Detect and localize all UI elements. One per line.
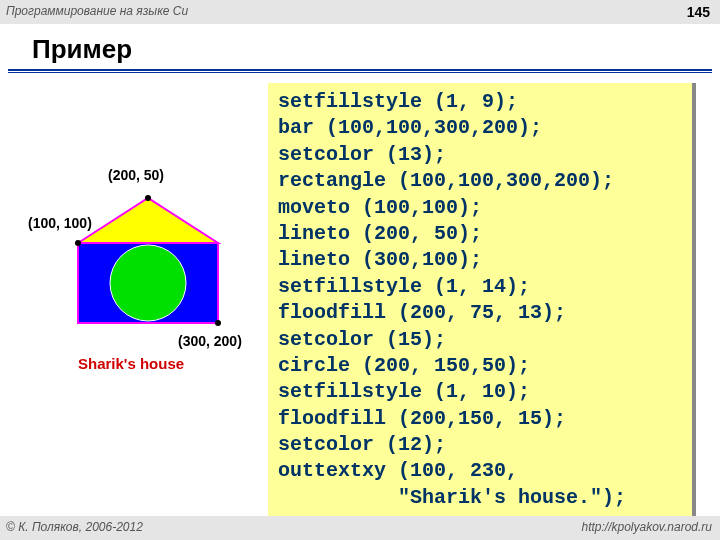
figure-caption: Sharik's house [78, 355, 184, 372]
header-bar: Программирование на языке Си 145 [0, 0, 720, 24]
coord-100-100: (100, 100) [28, 215, 92, 231]
svg-point-4 [145, 195, 151, 201]
copyright: © К. Поляков, 2006-2012 [6, 520, 143, 534]
divider [8, 69, 712, 71]
coord-300-200: (300, 200) [178, 333, 242, 349]
footer-url: http://kpolyakov.narod.ru [581, 520, 712, 534]
svg-point-3 [75, 240, 81, 246]
coord-200-50: (200, 50) [108, 167, 164, 183]
page-number: 145 [687, 4, 710, 20]
svg-point-5 [215, 320, 221, 326]
house-figure: (100, 100) (200, 50) (300, 200) Sharik's… [28, 143, 268, 377]
svg-marker-0 [78, 198, 218, 243]
divider-thin [8, 72, 712, 73]
course-title: Программирование на языке Си [6, 4, 188, 18]
svg-point-2 [110, 245, 186, 321]
code-listing: setfillstyle (1, 9); bar (100,100,300,20… [268, 83, 696, 521]
page-title: Пример [32, 34, 720, 65]
footer-bar: © К. Поляков, 2006-2012 http://kpolyakov… [0, 516, 720, 540]
